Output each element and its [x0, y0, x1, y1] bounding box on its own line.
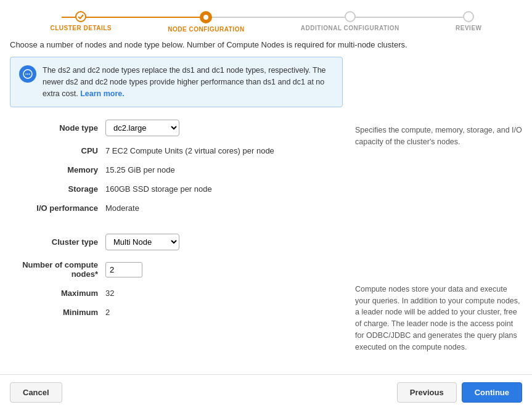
- bottom-bar: Cancel Previous Continue: [0, 374, 532, 410]
- maximum-label: Maximum: [10, 289, 105, 298]
- step-circle-cluster-details: [75, 11, 86, 22]
- info-text: The ds2 and dc2 node types replace the d…: [43, 65, 334, 99]
- memory-label: Memory: [10, 165, 105, 174]
- compute-nodes-input[interactable]: [105, 262, 142, 277]
- wizard-steps: Cluster Details Node Configuration Addit…: [0, 0, 532, 38]
- node-type-label: Node type: [10, 123, 105, 133]
- node-type-row: Node type dc2.large dc2.8xlarge ds2.xlar…: [10, 120, 343, 136]
- io-value: Moderate: [105, 203, 139, 213]
- io-label: I/O performance: [10, 203, 105, 213]
- step-label-additional-configuration: Additional Configuration: [301, 25, 399, 31]
- maximum-row: Maximum 32: [10, 289, 343, 298]
- step-cluster-details: Cluster Details: [51, 11, 112, 33]
- memory-value: 15.25 GiB per node: [105, 165, 175, 174]
- form-right: Specifies the compute, memory, storage, …: [355, 120, 522, 353]
- node-type-help: Specifies the compute, memory, storage, …: [355, 125, 522, 148]
- steps-container: Cluster Details Node Configuration Addit…: [51, 11, 482, 33]
- step-label-cluster-details: Cluster Details: [51, 25, 112, 31]
- step-review: Review: [456, 11, 481, 33]
- cluster-type-label: Cluster type: [10, 237, 105, 247]
- io-row: I/O performance Moderate: [10, 203, 343, 213]
- continue-button[interactable]: Continue: [462, 382, 522, 403]
- minimum-label: Minimum: [10, 308, 105, 317]
- section-gap: [10, 223, 343, 234]
- step-node-configuration: Node Configuration: [168, 11, 244, 33]
- cpu-label: CPU: [10, 146, 105, 155]
- step-circle-review: [463, 11, 474, 22]
- cpu-row: CPU 7 EC2 Compute Units (2 virtual cores…: [10, 146, 343, 155]
- form-left: Node type dc2.large dc2.8xlarge ds2.xlar…: [10, 120, 343, 353]
- minimum-value: 2: [105, 308, 110, 317]
- step-circle-node-configuration: [200, 11, 212, 23]
- step-label-node-configuration: Node Configuration: [168, 26, 244, 33]
- storage-label: Storage: [10, 184, 105, 194]
- cluster-type-select[interactable]: Multi Node Single Node: [105, 234, 179, 250]
- learn-more-link[interactable]: Learn more.: [80, 89, 125, 98]
- step-additional-configuration: Additional Configuration: [301, 11, 399, 33]
- maximum-value: 32: [105, 289, 114, 298]
- previous-button[interactable]: Previous: [397, 382, 457, 403]
- memory-row: Memory 15.25 GiB per node: [10, 165, 343, 174]
- cpu-value: 7 EC2 Compute Units (2 virtual cores) pe…: [105, 146, 274, 155]
- node-type-select[interactable]: dc2.large dc2.8xlarge ds2.xlarge ds2.8xl…: [105, 120, 179, 136]
- compute-nodes-label: Number of compute nodes*: [10, 260, 105, 279]
- form-section: Node type dc2.large dc2.8xlarge ds2.xlar…: [0, 120, 532, 353]
- info-box: ··· The ds2 and dc2 node types replace t…: [10, 57, 343, 107]
- minimum-row: Minimum 2: [10, 308, 343, 317]
- cluster-type-row: Cluster type Multi Node Single Node: [10, 234, 343, 250]
- nav-buttons: Previous Continue: [397, 382, 522, 403]
- step-label-review: Review: [456, 25, 481, 31]
- info-icon: ···: [19, 65, 36, 83]
- storage-row: Storage 160GB SSD storage per node: [10, 184, 343, 194]
- step-circle-additional-configuration: [345, 11, 356, 22]
- compute-nodes-help: Compute nodes store your data and execut…: [355, 284, 522, 353]
- storage-value: 160GB SSD storage per node: [105, 184, 212, 194]
- svg-text:···: ···: [25, 71, 31, 78]
- page-description: Choose a number of nodes and node type b…: [0, 38, 532, 57]
- compute-nodes-row: Number of compute nodes*: [10, 260, 343, 279]
- cancel-button[interactable]: Cancel: [10, 382, 62, 403]
